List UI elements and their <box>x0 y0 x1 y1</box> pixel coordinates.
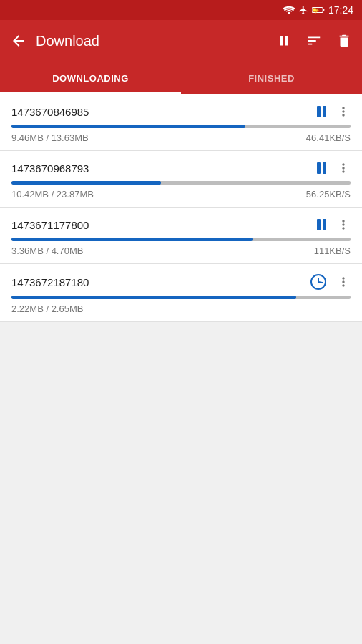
download-item-header: 1473672187180 <box>11 274 351 290</box>
more-button-dl1[interactable] <box>336 104 351 119</box>
download-controls <box>310 274 351 290</box>
delete-button[interactable] <box>336 33 352 49</box>
tab-finished[interactable]: FINISHED <box>181 62 362 94</box>
more-button-dl3[interactable] <box>336 218 351 232</box>
status-bar: ⚡ 17:24 <box>0 0 362 20</box>
download-name: 1473671177800 <box>11 219 317 231</box>
toolbar-actions <box>276 33 352 49</box>
download-item-dl1: 1473670846985 9.46MB / 13.63MB 46.41K <box>0 94 362 151</box>
status-icons: ⚡ 17:24 <box>283 4 353 16</box>
progress-bar-container <box>11 296 351 299</box>
download-meta: 3.36MB / 4.70MB 111KB/S <box>11 245 351 256</box>
svg-rect-1 <box>323 9 324 11</box>
wifi-icon <box>283 5 295 15</box>
more-button-dl4[interactable] <box>336 275 351 289</box>
progress-bar-fill <box>11 125 245 128</box>
toolbar: Download <box>0 20 362 62</box>
download-item-dl3: 1473671177800 3.36MB / 4.70MB 111KB/S <box>0 208 362 264</box>
waiting-icon <box>310 274 326 290</box>
progress-bar-fill <box>11 296 296 299</box>
download-speed: 56.25KB/S <box>306 189 351 200</box>
pause-icon <box>317 162 326 174</box>
airplane-icon <box>298 5 308 15</box>
more-button-dl2[interactable] <box>336 161 351 175</box>
tab-downloading[interactable]: DOWNLOADING <box>0 62 181 94</box>
download-meta: 9.46MB / 13.63MB 46.41KB/S <box>11 132 351 143</box>
toolbar-title: Download <box>36 33 268 49</box>
progress-bar-container <box>11 238 351 241</box>
pause-icon <box>317 219 326 230</box>
pause-icon <box>317 106 326 117</box>
pause-button-dl3[interactable] <box>317 219 326 230</box>
svg-text:⚡: ⚡ <box>314 8 320 14</box>
download-name: 1473670846985 <box>11 106 317 118</box>
download-speed: 46.41KB/S <box>306 132 351 143</box>
download-controls <box>317 161 351 175</box>
download-item-header: 1473670846985 <box>11 104 351 119</box>
pause-button-dl2[interactable] <box>317 162 326 174</box>
pause-button-dl1[interactable] <box>317 106 326 117</box>
download-size: 3.36MB / 4.70MB <box>11 245 83 256</box>
download-item-header: 1473670968793 <box>11 161 351 175</box>
download-name: 1473672187180 <box>11 276 310 288</box>
download-controls <box>317 104 351 119</box>
download-size: 2.22MB / 2.65MB <box>11 303 83 314</box>
download-list: 1473670846985 9.46MB / 13.63MB 46.41K <box>0 94 362 322</box>
download-meta: 2.22MB / 2.65MB <box>11 303 351 314</box>
download-item-dl4: 1473672187180 2.22MB / 2.65MB <box>0 264 362 322</box>
status-time: 17:24 <box>328 4 353 16</box>
download-size: 10.42MB / 23.87MB <box>11 189 94 200</box>
download-item-dl2: 1473670968793 10.42MB / 23.87MB 56.25 <box>0 151 362 208</box>
pause-all-button[interactable] <box>276 33 292 49</box>
filter-button[interactable] <box>306 33 322 49</box>
back-button[interactable] <box>10 32 27 49</box>
download-speed: 111KB/S <box>314 245 351 256</box>
progress-bar-container <box>11 181 351 185</box>
download-controls <box>317 218 351 232</box>
download-size: 9.46MB / 13.63MB <box>11 132 89 143</box>
download-meta: 10.42MB / 23.87MB 56.25KB/S <box>11 189 351 200</box>
battery-icon: ⚡ <box>312 5 325 15</box>
download-item-header: 1473671177800 <box>11 218 351 232</box>
tabs: DOWNLOADING FINISHED <box>0 62 362 94</box>
progress-bar-fill <box>11 181 161 185</box>
progress-bar-container <box>11 125 351 128</box>
progress-bar-fill <box>11 238 253 241</box>
empty-area <box>0 322 362 644</box>
download-name: 1473670968793 <box>11 162 317 175</box>
